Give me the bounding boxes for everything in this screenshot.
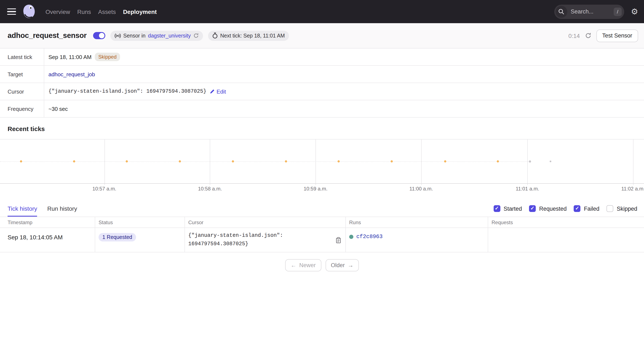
tick-dot-skipped[interactable] [20, 160, 22, 162]
axis-tick-label: 11:01 a.m. [516, 186, 539, 192]
topbar: Overview Runs Assets Deployment Search..… [0, 0, 644, 23]
next-tick-pill: Next tick: Sep 18, 11:01 AM [208, 31, 289, 41]
col-header-runs: Runs [346, 217, 488, 228]
recent-ticks-axis-labels: 10:57 a.m.10:58 a.m.10:59 a.m.11:00 a.m.… [0, 183, 644, 193]
tick-dot-skipped[interactable] [126, 160, 128, 162]
cell-requests [488, 228, 644, 252]
code-location-link[interactable]: dagster_university [148, 33, 191, 39]
table-row: Sep 18, 10:14:05 AM 1 Requested {"januar… [0, 228, 644, 252]
status-filters: ✓ Started ✓ Requested ✓ Failed ✓ Skipped [494, 205, 637, 212]
tick-timeline-line [0, 161, 530, 162]
copy-cursor-icon[interactable] [336, 237, 341, 243]
run-status-dot [349, 235, 354, 239]
search-shortcut-key: / [614, 7, 622, 16]
axis-tick-label: 11:00 a.m. [410, 186, 433, 192]
menu-icon[interactable] [7, 8, 16, 15]
checkbox-skipped[interactable]: ✓ [606, 205, 613, 212]
nav-overview[interactable]: Overview [46, 8, 70, 15]
tick-dot-skipped[interactable] [390, 160, 392, 162]
sensor-toggle[interactable] [93, 32, 105, 39]
sensor-title: adhoc_request_sensor [8, 31, 86, 40]
requested-status-badge: 1 Requested [98, 233, 136, 241]
recent-ticks-section: Recent ticks 10:57 a.m.10:58 a.m.10:59 a… [0, 118, 644, 193]
tick-dot-skipped[interactable] [178, 160, 181, 162]
detail-label: Target [0, 66, 44, 83]
dagster-app: Overview Runs Assets Deployment Search..… [0, 0, 644, 271]
history-tabs: Tick history Run history [8, 205, 77, 217]
filter-requested[interactable]: ✓ Requested [529, 205, 567, 212]
dagster-logo-icon[interactable] [22, 4, 36, 20]
arrow-right-icon: → [348, 262, 354, 268]
test-sensor-button[interactable]: Test Sensor [596, 29, 638, 42]
chart-gridline [633, 139, 634, 185]
newer-button[interactable]: ← Newer [285, 259, 321, 271]
search-input[interactable]: Search... / [554, 5, 624, 19]
search-icon [556, 6, 567, 18]
next-tick-label: Next tick: Sep 18, 11:01 AM [220, 33, 285, 39]
refresh-countdown: 0:14 [568, 32, 580, 39]
tick-dot-endpoint [529, 161, 531, 162]
sensor-details: Latest tick Sep 18, 11:00 AM Skipped Tar… [0, 49, 644, 118]
checkbox-requested[interactable]: ✓ [529, 205, 536, 212]
tick-dot-skipped[interactable] [497, 160, 499, 162]
detail-label: Latest tick [0, 49, 44, 65]
col-header-requests: Requests [488, 217, 644, 228]
chart-gridline [316, 139, 316, 185]
col-header-cursor: Cursor [185, 217, 346, 228]
tick-dot-skipped[interactable] [338, 160, 340, 162]
settings-gear-icon[interactable]: ⚙ [631, 8, 638, 16]
tab-run-history[interactable]: Run history [48, 205, 77, 217]
tick-dot-pending[interactable] [550, 161, 552, 162]
detail-row-target: Target adhoc_request_job [0, 66, 644, 83]
timer-icon [212, 33, 218, 39]
check-icon: ✓ [495, 206, 499, 211]
recent-ticks-heading: Recent ticks [8, 125, 644, 132]
frequency-value: ~30 sec [48, 106, 68, 112]
refresh-icon[interactable] [585, 33, 591, 39]
sensor-header: adhoc_request_sensor Sensor in dagster_u… [0, 23, 644, 49]
sensor-signal-icon [114, 33, 121, 38]
search-placeholder: Search... [571, 9, 614, 15]
filter-started[interactable]: ✓ Started [494, 205, 522, 212]
axis-tick-label: 11:02 a.m. [621, 186, 644, 192]
older-button[interactable]: Older → [325, 259, 359, 271]
axis-tick-label: 10:59 a.m. [304, 186, 328, 192]
cell-runs: cf2c8963 [346, 228, 488, 252]
sensor-location-prefix: Sensor in [123, 33, 146, 39]
latest-tick-value: Sep 18, 11:00 AM [48, 54, 92, 60]
col-header-timestamp: Timestamp [0, 217, 95, 228]
reload-location-icon[interactable] [193, 33, 199, 38]
axis-tick-label: 10:57 a.m. [92, 186, 116, 192]
tick-dot-skipped[interactable] [73, 160, 75, 162]
tick-dot-skipped[interactable] [444, 160, 446, 162]
tick-dot-skipped[interactable] [232, 160, 234, 162]
cursor-value: {"january-staten-island.json": 169479759… [48, 89, 206, 94]
detail-label: Frequency [0, 100, 44, 117]
recent-ticks-plot [0, 139, 644, 183]
tick-dot-skipped[interactable] [285, 160, 287, 162]
tab-tick-history[interactable]: Tick history [8, 205, 37, 217]
filter-skipped[interactable]: ✓ Skipped [606, 205, 637, 212]
recent-ticks-chart: 10:57 a.m.10:58 a.m.10:59 a.m.11:00 a.m.… [0, 139, 644, 193]
filter-failed[interactable]: ✓ Failed [574, 205, 600, 212]
detail-row-cursor: Cursor {"january-staten-island.json": 16… [0, 83, 644, 100]
checkbox-failed[interactable]: ✓ [574, 205, 580, 212]
target-job-link[interactable]: adhoc_request_job [48, 71, 95, 77]
run-id-link[interactable]: cf2c8963 [356, 233, 383, 240]
detail-row-latest-tick: Latest tick Sep 18, 11:00 AM Skipped [0, 49, 644, 66]
sensor-location-pill: Sensor in dagster_university [110, 31, 203, 41]
axis-tick-label: 10:58 a.m. [198, 186, 222, 192]
chart-gridline [421, 139, 422, 185]
check-icon: ✓ [530, 206, 534, 211]
detail-row-frequency: Frequency ~30 sec [0, 100, 644, 118]
arrow-left-icon: ← [290, 262, 296, 268]
primary-nav: Overview Runs Assets Deployment [46, 8, 157, 15]
cursor-edit-link[interactable]: Edit [210, 88, 226, 95]
cursor-line-2: 1694797594.3087025} [188, 240, 283, 248]
chart-gridline [528, 139, 528, 185]
nav-assets[interactable]: Assets [98, 8, 116, 15]
skipped-status-badge: Skipped [95, 53, 120, 61]
checkbox-started[interactable]: ✓ [494, 205, 500, 212]
nav-deployment[interactable]: Deployment [123, 8, 157, 15]
nav-runs[interactable]: Runs [77, 8, 91, 15]
